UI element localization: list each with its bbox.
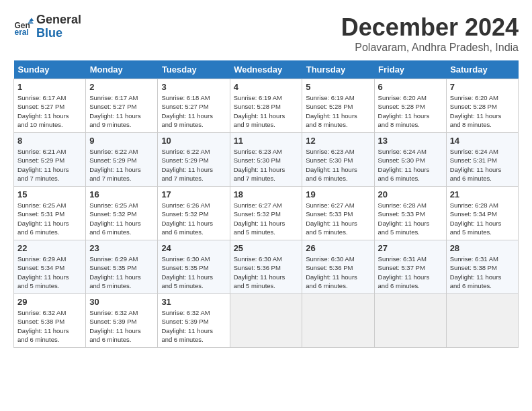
calendar-cell: 9Sunrise: 6:22 AM Sunset: 5:29 PM Daylig… [86,133,158,187]
weekday-header-tuesday: Tuesday [158,60,230,79]
day-info: Sunrise: 6:23 AM Sunset: 5:30 PM Dayligh… [234,147,299,183]
day-number: 12 [306,136,370,146]
day-number: 20 [378,189,443,199]
calendar-cell: 5Sunrise: 6:19 AM Sunset: 5:28 PM Daylig… [302,79,374,133]
day-number: 7 [450,82,515,92]
calendar-cell: 22Sunrise: 6:29 AM Sunset: 5:34 PM Dayli… [14,240,86,294]
day-number: 11 [234,136,299,146]
day-info: Sunrise: 6:19 AM Sunset: 5:28 PM Dayligh… [234,93,299,129]
calendar-cell: 18Sunrise: 6:27 AM Sunset: 5:32 PM Dayli… [230,187,302,240]
day-number: 27 [378,243,443,253]
weekday-header-friday: Friday [374,60,446,79]
calendar-cell: 20Sunrise: 6:28 AM Sunset: 5:33 PM Dayli… [374,187,446,240]
weekday-header-monday: Monday [86,60,158,79]
calendar-cell: 6Sunrise: 6:20 AM Sunset: 5:28 PM Daylig… [374,79,446,133]
day-number: 18 [234,189,299,199]
month-title: December 2024 [341,13,519,42]
day-info: Sunrise: 6:28 AM Sunset: 5:33 PM Dayligh… [378,201,443,236]
calendar-cell: 2Sunrise: 6:17 AM Sunset: 5:27 PM Daylig… [86,79,158,133]
day-number: 10 [161,136,226,146]
day-info: Sunrise: 6:28 AM Sunset: 5:34 PM Dayligh… [450,201,515,236]
calendar-cell: 11Sunrise: 6:23 AM Sunset: 5:30 PM Dayli… [230,133,302,187]
calendar-week-2: 8Sunrise: 6:21 AM Sunset: 5:29 PM Daylig… [14,133,519,187]
calendar-cell [446,294,518,348]
day-info: Sunrise: 6:20 AM Sunset: 5:28 PM Dayligh… [450,93,515,129]
calendar-cell: 12Sunrise: 6:23 AM Sunset: 5:30 PM Dayli… [302,133,374,187]
day-number: 1 [17,82,82,92]
day-info: Sunrise: 6:31 AM Sunset: 5:38 PM Dayligh… [450,255,515,290]
weekday-header-saturday: Saturday [446,60,518,79]
day-info: Sunrise: 6:25 AM Sunset: 5:32 PM Dayligh… [89,201,154,236]
day-info: Sunrise: 6:17 AM Sunset: 5:27 PM Dayligh… [89,93,154,129]
day-info: Sunrise: 6:19 AM Sunset: 5:28 PM Dayligh… [306,93,370,129]
day-info: Sunrise: 6:25 AM Sunset: 5:31 PM Dayligh… [17,201,82,236]
day-number: 6 [378,82,443,92]
calendar-week-1: 1Sunrise: 6:17 AM Sunset: 5:27 PM Daylig… [14,79,519,133]
day-number: 26 [306,243,370,253]
svg-text:eral: eral [15,28,29,37]
calendar-cell: 17Sunrise: 6:26 AM Sunset: 5:32 PM Dayli… [158,187,230,240]
day-info: Sunrise: 6:30 AM Sunset: 5:36 PM Dayligh… [234,255,299,290]
calendar-cell: 31Sunrise: 6:32 AM Sunset: 5:39 PM Dayli… [158,294,230,348]
calendar-cell: 14Sunrise: 6:24 AM Sunset: 5:31 PM Dayli… [446,133,518,187]
day-number: 8 [17,136,82,146]
day-info: Sunrise: 6:20 AM Sunset: 5:28 PM Dayligh… [378,93,443,129]
day-number: 17 [161,189,226,199]
calendar-cell: 19Sunrise: 6:27 AM Sunset: 5:33 PM Dayli… [302,187,374,240]
day-number: 14 [450,136,515,146]
day-number: 25 [234,243,299,253]
calendar-week-5: 29Sunrise: 6:32 AM Sunset: 5:38 PM Dayli… [14,294,519,348]
calendar-cell: 16Sunrise: 6:25 AM Sunset: 5:32 PM Dayli… [86,187,158,240]
calendar-cell: 3Sunrise: 6:18 AM Sunset: 5:27 PM Daylig… [158,79,230,133]
day-info: Sunrise: 6:24 AM Sunset: 5:30 PM Dayligh… [378,147,443,183]
calendar-cell: 27Sunrise: 6:31 AM Sunset: 5:37 PM Dayli… [374,240,446,294]
logo-text: GeneralBlue [36,13,81,40]
day-info: Sunrise: 6:32 AM Sunset: 5:38 PM Dayligh… [17,308,82,344]
day-info: Sunrise: 6:21 AM Sunset: 5:29 PM Dayligh… [17,147,82,183]
day-number: 16 [89,189,154,199]
day-info: Sunrise: 6:27 AM Sunset: 5:33 PM Dayligh… [306,201,370,236]
logo-icon: Gen eral [13,17,34,37]
calendar-cell: 29Sunrise: 6:32 AM Sunset: 5:38 PM Dayli… [14,294,86,348]
weekday-header-row: SundayMondayTuesdayWednesdayThursdayFrid… [14,60,519,79]
weekday-header-thursday: Thursday [302,60,374,79]
calendar-cell: 30Sunrise: 6:32 AM Sunset: 5:39 PM Dayli… [86,294,158,348]
day-info: Sunrise: 6:18 AM Sunset: 5:27 PM Dayligh… [161,93,226,129]
day-number: 13 [378,136,443,146]
day-number: 23 [89,243,154,253]
calendar-cell: 1Sunrise: 6:17 AM Sunset: 5:27 PM Daylig… [14,79,86,133]
day-info: Sunrise: 6:23 AM Sunset: 5:30 PM Dayligh… [306,147,370,183]
calendar-cell: 25Sunrise: 6:30 AM Sunset: 5:36 PM Dayli… [230,240,302,294]
day-number: 28 [450,243,515,253]
title-area: December 2024 Polavaram, Andhra Pradesh,… [341,13,519,54]
day-number: 19 [306,189,370,199]
day-info: Sunrise: 6:30 AM Sunset: 5:36 PM Dayligh… [306,255,370,290]
day-info: Sunrise: 6:22 AM Sunset: 5:29 PM Dayligh… [161,147,226,183]
day-info: Sunrise: 6:17 AM Sunset: 5:27 PM Dayligh… [17,93,82,129]
calendar-cell: 23Sunrise: 6:29 AM Sunset: 5:35 PM Dayli… [86,240,158,294]
day-info: Sunrise: 6:29 AM Sunset: 5:34 PM Dayligh… [17,255,82,290]
day-number: 22 [17,243,82,253]
calendar-week-3: 15Sunrise: 6:25 AM Sunset: 5:31 PM Dayli… [14,187,519,240]
day-number: 4 [234,82,299,92]
weekday-header-wednesday: Wednesday [230,60,302,79]
calendar-cell: 7Sunrise: 6:20 AM Sunset: 5:28 PM Daylig… [446,79,518,133]
calendar-cell: 24Sunrise: 6:30 AM Sunset: 5:35 PM Dayli… [158,240,230,294]
day-number: 2 [89,82,154,92]
calendar-cell: 21Sunrise: 6:28 AM Sunset: 5:34 PM Dayli… [446,187,518,240]
day-info: Sunrise: 6:31 AM Sunset: 5:37 PM Dayligh… [378,255,443,290]
calendar-cell: 8Sunrise: 6:21 AM Sunset: 5:29 PM Daylig… [14,133,86,187]
day-number: 30 [89,297,154,307]
day-info: Sunrise: 6:29 AM Sunset: 5:35 PM Dayligh… [89,255,154,290]
calendar-cell [302,294,374,348]
day-number: 31 [161,297,226,307]
calendar-cell: 15Sunrise: 6:25 AM Sunset: 5:31 PM Dayli… [14,187,86,240]
calendar-cell: 4Sunrise: 6:19 AM Sunset: 5:28 PM Daylig… [230,79,302,133]
day-info: Sunrise: 6:22 AM Sunset: 5:29 PM Dayligh… [89,147,154,183]
day-info: Sunrise: 6:32 AM Sunset: 5:39 PM Dayligh… [161,308,226,344]
weekday-header-sunday: Sunday [14,60,86,79]
day-number: 9 [89,136,154,146]
calendar-week-4: 22Sunrise: 6:29 AM Sunset: 5:34 PM Dayli… [14,240,519,294]
logo: Gen eral GeneralBlue [13,13,81,40]
calendar-cell: 26Sunrise: 6:30 AM Sunset: 5:36 PM Dayli… [302,240,374,294]
